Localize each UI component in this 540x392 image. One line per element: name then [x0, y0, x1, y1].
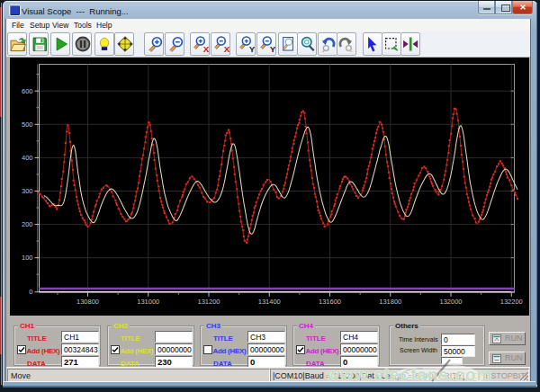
svg-text:132200: 132200	[500, 298, 523, 306]
svg-text:0: 0	[29, 288, 32, 296]
svg-text:131400: 131400	[258, 298, 281, 306]
svg-text:131600: 131600	[319, 298, 341, 306]
svg-text:200: 200	[22, 220, 33, 228]
svg-text:130800: 130800	[76, 298, 99, 306]
svg-text:X: X	[223, 43, 229, 51]
svg-text:600: 600	[22, 87, 33, 95]
svg-text:500: 500	[22, 120, 33, 129]
svg-text:Y: Y	[248, 43, 254, 51]
svg-text:131200: 131200	[197, 298, 220, 306]
svg-text:X: X	[202, 43, 208, 51]
svg-text:300: 300	[22, 187, 33, 195]
svg-text:Y: Y	[269, 43, 274, 51]
svg-text:131000: 131000	[137, 298, 159, 306]
svg-text:400: 400	[22, 154, 33, 162]
svg-text:131800: 131800	[379, 298, 401, 306]
svg-text:100: 100	[22, 254, 33, 262]
svg-text:132000: 132000	[439, 298, 462, 306]
